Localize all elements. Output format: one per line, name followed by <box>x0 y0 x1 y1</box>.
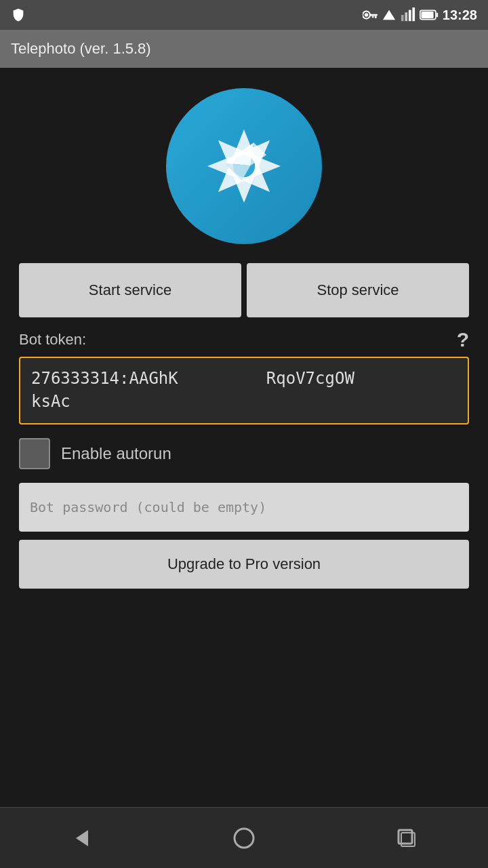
svg-point-1 <box>365 13 369 17</box>
recent-icon <box>394 826 419 850</box>
autorun-label: Enable autorun <box>61 444 171 463</box>
svg-marker-5 <box>383 10 395 20</box>
signal-icon <box>401 7 415 22</box>
main-content: Start service Stop service Bot token: ? … <box>0 68 488 807</box>
status-bar-right: 13:28 <box>363 7 477 23</box>
svg-rect-3 <box>375 16 377 18</box>
status-bar: 13:28 <box>0 0 488 30</box>
title-bar: Telephoto (ver. 1.5.8) <box>0 30 488 68</box>
svg-rect-11 <box>421 12 433 18</box>
token-label: Bot token: <box>19 331 86 349</box>
navigation-bar <box>0 807 488 868</box>
status-time: 13:28 <box>443 7 477 23</box>
logo-container <box>166 88 322 244</box>
bot-password-input[interactable] <box>19 483 469 532</box>
svg-rect-12 <box>436 13 438 18</box>
back-button[interactable] <box>54 811 108 865</box>
svg-marker-17 <box>76 830 88 846</box>
svg-point-18 <box>235 829 253 848</box>
autorun-row: Enable autorun <box>19 438 469 469</box>
svg-rect-2 <box>369 14 377 16</box>
svg-rect-9 <box>412 7 415 21</box>
recent-apps-button[interactable] <box>380 811 434 865</box>
stop-service-button[interactable]: Stop service <box>247 263 469 317</box>
home-button[interactable] <box>217 811 271 865</box>
app-title: Telephoto (ver. 1.5.8) <box>11 40 151 58</box>
status-bar-left <box>11 7 26 22</box>
bot-token-input[interactable]: 276333314:AAGhK RqoV7cgOW ksAc <box>19 357 469 425</box>
token-label-row: Bot token: ? <box>19 328 469 351</box>
svg-rect-6 <box>401 15 404 21</box>
key-icon <box>363 10 378 20</box>
telephoto-logo <box>183 105 305 227</box>
service-buttons-row: Start service Stop service <box>19 263 469 317</box>
svg-rect-4 <box>372 16 374 18</box>
svg-rect-7 <box>405 12 407 21</box>
start-service-button[interactable]: Start service <box>19 263 241 317</box>
svg-rect-8 <box>409 10 411 22</box>
shield-icon <box>11 7 26 22</box>
wifi-icon <box>382 7 396 22</box>
app-logo <box>166 88 322 244</box>
autorun-checkbox[interactable] <box>19 438 50 469</box>
back-icon <box>69 826 94 850</box>
home-icon <box>232 826 256 850</box>
battery-icon <box>420 7 439 22</box>
upgrade-button[interactable]: Upgrade to Pro version <box>19 540 469 589</box>
help-icon[interactable]: ? <box>457 328 469 351</box>
